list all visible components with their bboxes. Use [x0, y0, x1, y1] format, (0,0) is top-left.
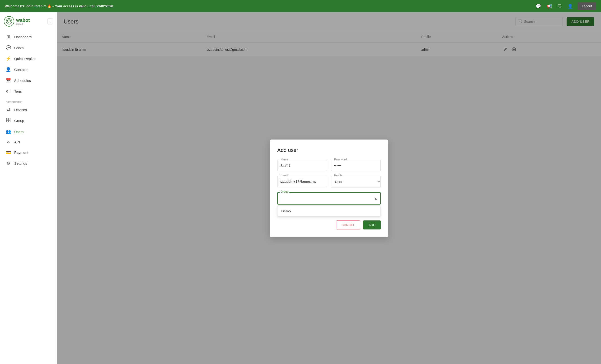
logo-sub: CHAT [16, 23, 30, 25]
sidebar-label-group: Group [14, 119, 24, 123]
user-name-bold: Izzuddin Ibrahim [20, 4, 46, 8]
sidebar-label-quick-replies: Quick Replies [14, 57, 36, 61]
schedules-icon: 📅 [6, 78, 11, 83]
svg-rect-7 [6, 120, 8, 122]
welcome-message: Welcome Izzuddin Ibrahim 🔥 – Your access… [5, 4, 535, 8]
sidebar-nav: ⊞ Dashboard 💬 Chats ⚡ Quick Replies 👤 Co… [0, 31, 57, 169]
svg-point-0 [6, 19, 12, 24]
fire-emoji: 🔥 [47, 4, 51, 8]
main-layout: wabot CHAT ‹ ⊞ Dashboard 💬 Chats ⚡ Quick… [0, 12, 601, 364]
sidebar-label-tags: Tags [14, 89, 22, 93]
svg-rect-8 [9, 120, 10, 122]
header-icons: 💬 📢 🗨 👤 [535, 3, 574, 10]
sidebar-label-dashboard: Dashboard [14, 35, 31, 39]
message-icon[interactable]: 🗨 [557, 3, 563, 10]
chat-icon[interactable]: 💬 [535, 3, 542, 10]
sidebar-label-contacts: Contacts [14, 68, 28, 72]
email-field: Email [277, 176, 327, 187]
group-label: Group [280, 190, 289, 193]
sidebar-item-api[interactable]: <> API [0, 137, 57, 147]
sidebar-label-payment: Payment [14, 150, 28, 155]
sidebar-item-users[interactable]: 👥 Users [0, 126, 57, 137]
name-label: Name [280, 158, 289, 161]
group-icon [6, 118, 11, 123]
sidebar-item-payment[interactable]: 💳 Payment [0, 147, 57, 158]
content-area: Users ADD USER N [57, 12, 601, 364]
profile-field: Profile User Admin [331, 176, 381, 187]
group-dropdown-list: Demo [277, 206, 381, 217]
dashboard-icon: ⊞ [6, 34, 11, 39]
password-input[interactable] [331, 160, 381, 171]
top-banner: Welcome Izzuddin Ibrahim 🔥 – Your access… [0, 0, 601, 12]
sidebar-label-users: Users [14, 130, 23, 134]
group-select-box[interactable]: ▲ [277, 192, 381, 205]
email-input[interactable] [277, 176, 327, 187]
chats-icon: 💬 [6, 45, 11, 50]
group-field: Group ▲ [277, 192, 381, 205]
password-field: Password [331, 160, 381, 171]
modal-row-2: Email Profile User Admin [277, 176, 381, 187]
sidebar-label-api: API [14, 140, 20, 144]
svg-rect-6 [9, 118, 10, 120]
email-label: Email [280, 174, 289, 177]
settings-icon: ⚙ [6, 161, 11, 166]
collapse-sidebar-button[interactable]: ‹ [48, 18, 53, 24]
sidebar-item-dashboard[interactable]: ⊞ Dashboard [0, 31, 57, 42]
quick-replies-icon: ⚡ [6, 56, 11, 61]
payment-icon: 💳 [6, 150, 11, 155]
sidebar-item-schedules[interactable]: 📅 Schedules [0, 75, 57, 86]
svg-point-4 [10, 21, 10, 21]
api-icon: <> [6, 140, 11, 144]
modal-footer: CANCEL ADD [277, 220, 381, 229]
dropdown-item-demo[interactable]: Demo [278, 206, 381, 216]
sidebar-label-settings: Settings [14, 161, 27, 165]
name-input[interactable] [277, 160, 327, 171]
profile-select[interactable]: User Admin [331, 176, 381, 187]
modal-row-1: Name Password [277, 160, 381, 171]
password-label: Password [333, 158, 348, 161]
flag-icon[interactable]: 📢 [546, 3, 553, 10]
sidebar-item-contacts[interactable]: 👤 Contacts [0, 64, 57, 75]
add-user-modal: Add user Name Password Email [270, 139, 388, 237]
sidebar-item-settings[interactable]: ⚙ Settings [0, 158, 57, 169]
name-field: Name [277, 160, 327, 171]
sidebar-item-devices[interactable]: ⇄ Devices [0, 104, 57, 115]
profile-label: Profile [333, 174, 343, 177]
group-dropdown-arrow: ▲ [374, 197, 377, 200]
logo: wabot CHAT [4, 16, 30, 27]
welcome-prefix: Welcome [5, 4, 20, 8]
access-text: – Your access is valid until: 29/02/2028… [52, 4, 114, 8]
sidebar-item-quick-replies[interactable]: ⚡ Quick Replies [0, 53, 57, 64]
group-section: Group ▲ Demo [277, 192, 381, 217]
sidebar-item-chats[interactable]: 💬 Chats [0, 42, 57, 53]
logo-name: wabot [16, 18, 30, 23]
modal-title: Add user [277, 147, 381, 153]
logo-icon [4, 16, 14, 27]
cancel-button[interactable]: CANCEL [336, 220, 361, 229]
sidebar-logo: wabot CHAT ‹ [0, 16, 57, 31]
sidebar: wabot CHAT ‹ ⊞ Dashboard 💬 Chats ⚡ Quick… [0, 12, 57, 364]
sidebar-label-chats: Chats [14, 46, 23, 50]
devices-icon: ⇄ [6, 107, 11, 112]
svg-point-2 [8, 21, 9, 21]
sidebar-label-schedules: Schedules [14, 79, 31, 83]
logout-button[interactable]: Logout [578, 2, 596, 10]
tags-icon: 🏷 [6, 89, 11, 94]
submit-button[interactable]: ADD [363, 220, 381, 229]
user-circle-icon[interactable]: 👤 [567, 3, 574, 10]
sidebar-item-tags[interactable]: 🏷 Tags [0, 86, 57, 97]
users-icon: 👥 [6, 129, 11, 134]
logo-text-block: wabot CHAT [16, 18, 30, 25]
contacts-icon: 👤 [6, 67, 11, 72]
svg-point-3 [9, 21, 10, 21]
sidebar-item-group[interactable]: Group [0, 115, 57, 126]
admin-section-label: Administration [0, 97, 57, 104]
modal-overlay: Add user Name Password Email [57, 12, 601, 364]
sidebar-label-devices: Devices [14, 108, 27, 112]
svg-rect-5 [6, 118, 8, 120]
